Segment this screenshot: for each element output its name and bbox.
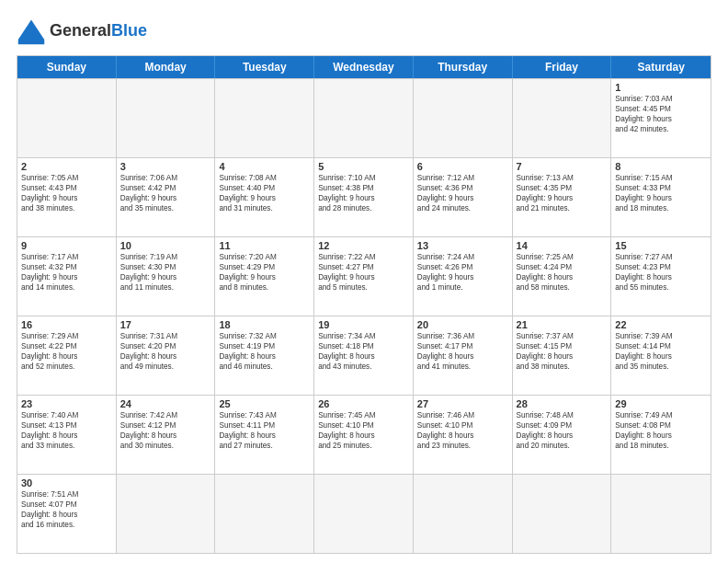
calendar-cell: 5Sunrise: 7:10 AM Sunset: 4:38 PM Daylig… <box>314 158 414 236</box>
calendar-row-0: 1Sunrise: 7:03 AM Sunset: 4:45 PM Daylig… <box>17 78 711 157</box>
day-number: 1 <box>615 82 707 93</box>
calendar-cell: 27Sunrise: 7:46 AM Sunset: 4:10 PM Dayli… <box>414 396 513 474</box>
calendar-row-3: 16Sunrise: 7:29 AM Sunset: 4:22 PM Dayli… <box>17 316 711 395</box>
day-info: Sunrise: 7:46 AM Sunset: 4:10 PM Dayligh… <box>417 410 508 451</box>
day-number: 21 <box>517 319 608 330</box>
day-info: Sunrise: 7:17 AM Sunset: 4:32 PM Dayligh… <box>21 252 112 293</box>
svg-marker-0 <box>18 20 44 40</box>
calendar-cell <box>215 475 314 553</box>
day-info: Sunrise: 7:32 AM Sunset: 4:19 PM Dayligh… <box>219 331 310 372</box>
calendar-cell: 7Sunrise: 7:13 AM Sunset: 4:35 PM Daylig… <box>513 158 612 236</box>
day-number: 20 <box>417 319 508 330</box>
day-number: 14 <box>517 240 608 251</box>
day-number: 17 <box>120 319 211 330</box>
calendar-row-2: 9Sunrise: 7:17 AM Sunset: 4:32 PM Daylig… <box>17 236 711 316</box>
calendar-cell: 11Sunrise: 7:20 AM Sunset: 4:29 PM Dayli… <box>215 237 314 316</box>
day-number: 25 <box>219 398 310 409</box>
calendar-row-5: 30Sunrise: 7:51 AM Sunset: 4:07 PM Dayli… <box>17 474 711 553</box>
calendar-cell: 22Sunrise: 7:39 AM Sunset: 4:14 PM Dayli… <box>611 316 711 395</box>
day-number: 6 <box>417 161 508 172</box>
day-info: Sunrise: 7:48 AM Sunset: 4:09 PM Dayligh… <box>517 410 608 451</box>
calendar-cell: 2Sunrise: 7:05 AM Sunset: 4:43 PM Daylig… <box>17 158 117 236</box>
day-number: 16 <box>21 319 112 330</box>
day-info: Sunrise: 7:49 AM Sunset: 4:08 PM Dayligh… <box>615 410 707 451</box>
weekday-header-wednesday: Wednesday <box>314 56 414 78</box>
weekday-header-sunday: Sunday <box>17 56 117 78</box>
day-number: 8 <box>615 161 707 172</box>
weekday-header-friday: Friday <box>513 56 612 78</box>
day-number: 10 <box>120 240 211 251</box>
calendar-cell: 23Sunrise: 7:40 AM Sunset: 4:13 PM Dayli… <box>17 396 117 474</box>
calendar-cell <box>513 79 612 157</box>
day-info: Sunrise: 7:13 AM Sunset: 4:35 PM Dayligh… <box>517 173 608 213</box>
day-number: 24 <box>120 398 211 409</box>
day-number: 12 <box>318 240 409 251</box>
calendar-cell: 1Sunrise: 7:03 AM Sunset: 4:45 PM Daylig… <box>611 79 711 157</box>
day-number: 15 <box>615 240 707 251</box>
day-info: Sunrise: 7:15 AM Sunset: 4:33 PM Dayligh… <box>615 173 707 213</box>
weekday-header-tuesday: Tuesday <box>215 56 314 78</box>
day-number: 3 <box>120 161 211 172</box>
calendar-cell: 29Sunrise: 7:49 AM Sunset: 4:08 PM Dayli… <box>611 396 711 474</box>
page: GeneralBlue SundayMondayTuesdayWednesday… <box>0 0 728 563</box>
day-info: Sunrise: 7:27 AM Sunset: 4:23 PM Dayligh… <box>615 252 707 293</box>
calendar-cell <box>314 79 414 157</box>
day-number: 29 <box>615 398 707 409</box>
day-info: Sunrise: 7:29 AM Sunset: 4:22 PM Dayligh… <box>21 331 112 372</box>
day-info: Sunrise: 7:31 AM Sunset: 4:20 PM Dayligh… <box>120 331 211 372</box>
weekday-header-thursday: Thursday <box>414 56 513 78</box>
calendar-cell: 8Sunrise: 7:15 AM Sunset: 4:33 PM Daylig… <box>611 158 711 236</box>
day-number: 30 <box>21 477 112 488</box>
day-info: Sunrise: 7:05 AM Sunset: 4:43 PM Dayligh… <box>21 173 112 213</box>
day-info: Sunrise: 7:24 AM Sunset: 4:26 PM Dayligh… <box>417 252 508 293</box>
calendar-cell: 6Sunrise: 7:12 AM Sunset: 4:36 PM Daylig… <box>414 158 513 236</box>
day-number: 13 <box>417 240 508 251</box>
day-info: Sunrise: 7:43 AM Sunset: 4:11 PM Dayligh… <box>219 410 310 451</box>
generalblue-logo-icon <box>17 17 46 46</box>
calendar-cell: 9Sunrise: 7:17 AM Sunset: 4:32 PM Daylig… <box>17 237 117 316</box>
day-number: 18 <box>219 319 310 330</box>
logo-text: GeneralBlue <box>50 22 147 40</box>
day-info: Sunrise: 7:06 AM Sunset: 4:42 PM Dayligh… <box>120 173 211 213</box>
day-number: 4 <box>219 161 310 172</box>
day-info: Sunrise: 7:36 AM Sunset: 4:17 PM Dayligh… <box>417 331 508 372</box>
weekday-header-monday: Monday <box>117 56 216 78</box>
day-number: 23 <box>21 398 112 409</box>
calendar-cell: 10Sunrise: 7:19 AM Sunset: 4:30 PM Dayli… <box>117 237 216 316</box>
day-number: 7 <box>517 161 608 172</box>
day-info: Sunrise: 7:45 AM Sunset: 4:10 PM Dayligh… <box>318 410 409 451</box>
calendar-cell <box>17 79 117 157</box>
calendar-cell <box>314 475 414 553</box>
header: GeneralBlue <box>17 17 711 46</box>
calendar: SundayMondayTuesdayWednesdayThursdayFrid… <box>17 55 711 554</box>
calendar-cell: 28Sunrise: 7:48 AM Sunset: 4:09 PM Dayli… <box>513 396 612 474</box>
calendar-cell: 20Sunrise: 7:36 AM Sunset: 4:17 PM Dayli… <box>414 316 513 395</box>
svg-rect-1 <box>18 40 44 44</box>
calendar-cell: 26Sunrise: 7:45 AM Sunset: 4:10 PM Dayli… <box>314 396 414 474</box>
day-info: Sunrise: 7:03 AM Sunset: 4:45 PM Dayligh… <box>615 94 707 134</box>
calendar-body: 1Sunrise: 7:03 AM Sunset: 4:45 PM Daylig… <box>17 78 711 553</box>
day-number: 9 <box>21 240 112 251</box>
calendar-cell <box>215 79 314 157</box>
calendar-cell <box>117 79 216 157</box>
calendar-cell: 16Sunrise: 7:29 AM Sunset: 4:22 PM Dayli… <box>17 316 117 395</box>
day-info: Sunrise: 7:20 AM Sunset: 4:29 PM Dayligh… <box>219 252 310 293</box>
day-number: 28 <box>517 398 608 409</box>
day-number: 27 <box>417 398 508 409</box>
calendar-cell <box>414 79 513 157</box>
day-number: 11 <box>219 240 310 251</box>
day-info: Sunrise: 7:37 AM Sunset: 4:15 PM Dayligh… <box>517 331 608 372</box>
calendar-row-1: 2Sunrise: 7:05 AM Sunset: 4:43 PM Daylig… <box>17 157 711 236</box>
day-info: Sunrise: 7:51 AM Sunset: 4:07 PM Dayligh… <box>21 489 112 530</box>
day-info: Sunrise: 7:22 AM Sunset: 4:27 PM Dayligh… <box>318 252 409 293</box>
calendar-cell: 14Sunrise: 7:25 AM Sunset: 4:24 PM Dayli… <box>513 237 612 316</box>
day-number: 26 <box>318 398 409 409</box>
calendar-cell: 15Sunrise: 7:27 AM Sunset: 4:23 PM Dayli… <box>611 237 711 316</box>
calendar-cell: 19Sunrise: 7:34 AM Sunset: 4:18 PM Dayli… <box>314 316 414 395</box>
calendar-cell <box>117 475 216 553</box>
calendar-row-4: 23Sunrise: 7:40 AM Sunset: 4:13 PM Dayli… <box>17 395 711 474</box>
calendar-cell: 24Sunrise: 7:42 AM Sunset: 4:12 PM Dayli… <box>117 396 216 474</box>
day-number: 19 <box>318 319 409 330</box>
calendar-cell: 30Sunrise: 7:51 AM Sunset: 4:07 PM Dayli… <box>17 475 117 553</box>
day-info: Sunrise: 7:12 AM Sunset: 4:36 PM Dayligh… <box>417 173 508 213</box>
